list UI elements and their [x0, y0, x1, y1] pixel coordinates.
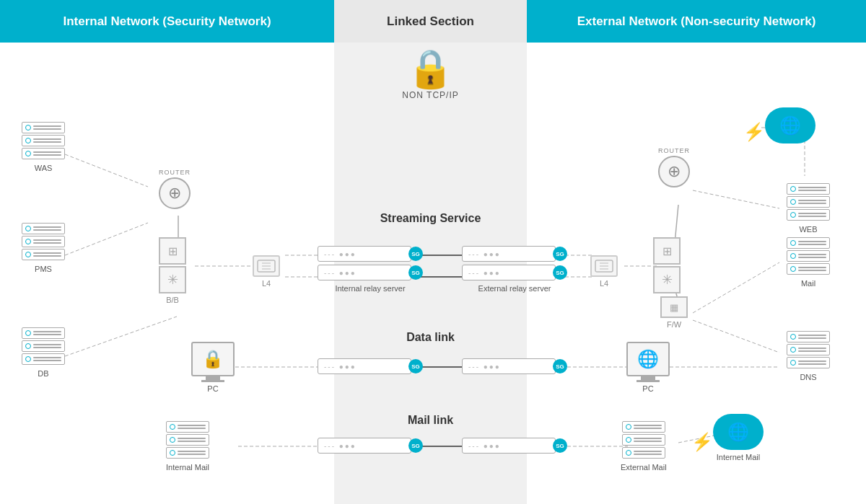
external-relay-server: --- ●●● SG --- ●●● SG External relay ser…: [462, 246, 567, 293]
lightning-bolt-top: ⚡: [743, 122, 765, 142]
lock-icon: 🔒: [407, 50, 454, 87]
bb-external-grid-icon: ⊞: [653, 237, 681, 265]
lock-area: 🔒 NON TCP/IP: [334, 50, 527, 100]
l4-external: L4: [590, 255, 618, 288]
bb-internal: ⊞ ✳ B/B: [159, 237, 186, 304]
l4-internal: L4: [253, 255, 280, 288]
internal-mail-label: Internal Mail: [166, 463, 209, 472]
pc-internal-icon: 🔒: [191, 342, 235, 376]
svg-line-15: [693, 262, 779, 313]
diagram: 🔒 NON TCP/IP WAS PMS DB ROUTER ⊕ ⊞ ✳ B/B: [0, 43, 866, 504]
streaming-service-label: Streaming Service: [334, 212, 527, 225]
datalink-internal-relay: --- ●●● SG: [318, 358, 423, 374]
bb-internal-grid-icon: ⊞: [159, 237, 186, 265]
db-label: DB: [38, 369, 48, 378]
sg-badge-1: SG: [408, 247, 423, 261]
pc-internal-label: PC: [207, 384, 218, 393]
header-linked: Linked Section: [334, 0, 527, 43]
l4-external-label: L4: [600, 279, 608, 288]
was-label: WAS: [35, 164, 53, 172]
external-mail-label: External Mail: [621, 463, 667, 472]
pc-external-label: PC: [642, 384, 653, 393]
router-internal: ROUTER ⊕: [159, 169, 191, 209]
datalink-external-relay: --- ●●● SG: [462, 358, 567, 374]
sg-badge-8: SG: [553, 438, 567, 453]
l4-internal-label: L4: [262, 279, 271, 288]
was-server: WAS: [22, 122, 65, 172]
lock-label: NON TCP/IP: [402, 90, 458, 100]
dns-server: DNS: [787, 331, 830, 381]
db-server: DB: [22, 327, 65, 378]
svg-line-0: [65, 154, 148, 187]
bb-external-asterisk-icon: ✳: [653, 266, 681, 293]
header-external: External Network (Non-security Network): [527, 0, 866, 43]
l4-external-icon: [590, 255, 618, 277]
lightning-bolt-mail: ⚡: [691, 432, 713, 452]
internal-relay-server: --- ●●● SG --- ●●● SG Internal relay ser…: [318, 246, 423, 293]
svg-line-14: [693, 190, 779, 208]
bb-internal-label: B/B: [166, 296, 179, 304]
internet-cloud-icon: 🌐: [765, 107, 815, 143]
sg-badge-6: SG: [553, 359, 567, 373]
maillink-external-relay: --- ●●● SG: [462, 438, 567, 454]
header-internal: Internal Network (Security Network): [0, 0, 334, 43]
mail-server: Mail: [787, 237, 830, 288]
fw-label: F/W: [667, 320, 681, 329]
internet-mail-cloud: 🌐 Internet Mail: [713, 414, 764, 461]
router-external-top-label: ROUTER: [658, 147, 690, 154]
web-server: WEB: [787, 183, 830, 234]
l4-internal-icon: [253, 255, 280, 277]
external-relay-label: External relay server: [462, 284, 567, 293]
pc-external-icon: 🌐: [626, 342, 670, 376]
router-internal-top-label: ROUTER: [159, 169, 191, 176]
pc-internal: 🔒 PC: [191, 342, 235, 393]
bb-external: ⊞ ✳ B/B: [653, 237, 681, 304]
web-label: WEB: [799, 225, 817, 234]
sg-badge-2: SG: [408, 265, 423, 280]
svg-line-1: [65, 223, 148, 255]
bb-internal-asterisk-icon: ✳: [159, 266, 186, 293]
sg-badge-4: SG: [553, 265, 567, 280]
internal-network-title: Internal Network (Security Network): [63, 14, 271, 29]
router-internal-icon: ⊕: [159, 177, 191, 209]
fw-external: ▦ F/W: [660, 296, 688, 329]
pc-external: 🌐 PC: [626, 342, 670, 393]
header: Internal Network (Security Network) Link…: [0, 0, 866, 43]
dns-label: DNS: [800, 373, 816, 381]
svg-line-2: [65, 317, 177, 356]
sg-badge-7: SG: [408, 438, 423, 453]
datalink-label: Data link: [334, 331, 527, 344]
svg-line-16: [693, 320, 779, 353]
router-external-icon: ⊕: [658, 156, 690, 187]
sg-badge-5: SG: [408, 359, 423, 373]
external-network-title: External Network (Non-security Network): [577, 14, 816, 29]
mail-label: Mail: [801, 279, 815, 288]
internal-relay-label: Internal relay server: [318, 284, 423, 293]
internet-cloud: 🌐: [765, 107, 815, 143]
internal-mail-server: Internal Mail: [166, 421, 209, 472]
maillink-label: Mail link: [334, 414, 527, 427]
external-mail-server: External Mail: [621, 421, 667, 472]
internet-mail-cloud-icon: 🌐: [713, 414, 764, 450]
linked-section-title: Linked Section: [387, 14, 474, 29]
fw-icon: ▦: [660, 296, 688, 318]
sg-badge-3: SG: [553, 247, 567, 261]
maillink-internal-relay: --- ●●● SG: [318, 438, 423, 454]
pms-server: PMS: [22, 223, 65, 273]
pms-label: PMS: [35, 265, 52, 273]
router-external: ROUTER ⊕: [658, 147, 690, 187]
internet-mail-label: Internet Mail: [717, 453, 761, 461]
